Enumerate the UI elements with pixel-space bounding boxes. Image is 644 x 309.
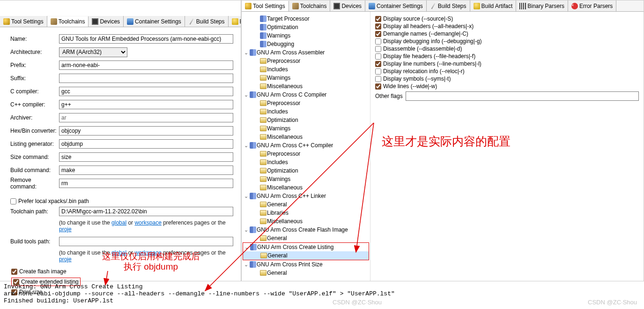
- option-checkbox[interactable]: [375, 68, 381, 75]
- twisty-icon[interactable]: ⌄: [243, 50, 249, 56]
- other-flags-field[interactable]: [406, 91, 639, 101]
- size-field[interactable]: [59, 152, 233, 162]
- tree-node-gnu-arm-cross-c-compiler[interactable]: ⌄GNU Arm Cross C Compiler: [243, 90, 369, 99]
- tab-bui[interactable]: Bui: [229, 16, 241, 27]
- tab-container-settings[interactable]: Container Settings: [365, 0, 427, 11]
- option-checkbox[interactable]: [375, 83, 381, 90]
- create-flash-checkbox[interactable]: [11, 269, 17, 275]
- tree-node-general[interactable]: General: [243, 251, 369, 260]
- folder-icon: [260, 252, 267, 259]
- ar-field[interactable]: [59, 113, 233, 122]
- tree-node-preprocessor[interactable]: Preprocessor: [243, 57, 369, 65]
- tree-node-gnu-arm-cross-c-compiler[interactable]: ⌄GNU Arm Cross C++ Compiler: [243, 141, 369, 150]
- rm-field[interactable]: [59, 179, 233, 188]
- twisty-icon[interactable]: ⌄: [243, 244, 250, 250]
- option-checkbox[interactable]: [375, 23, 381, 30]
- cxx-field[interactable]: [59, 100, 233, 109]
- tree-node-preprocessor[interactable]: Preprocessor: [243, 99, 369, 107]
- option-checkbox[interactable]: [375, 31, 381, 37]
- tree-node-target-processor[interactable]: Target Processor: [243, 15, 369, 23]
- arch-label: Architecture:: [10, 49, 59, 55]
- annotation-left: 这里仅仅启用构建完成后执行 objdump: [102, 251, 200, 272]
- twisty-icon[interactable]: ⌄: [243, 143, 249, 149]
- tree-node-miscellaneous[interactable]: Miscellaneous: [243, 217, 369, 226]
- tree-label: General: [267, 270, 287, 276]
- toolchain-path-field[interactable]: [59, 207, 233, 216]
- tree-node-gnu-arm-cross-print-size[interactable]: ⌄GNU Arm Cross Print Size: [243, 260, 369, 269]
- tab-tool-settings[interactable]: Tool Settings: [242, 1, 289, 12]
- annotation-right: 这里才是实际内容的配置: [382, 134, 511, 149]
- arch-select[interactable]: ARM (AArch32): [59, 47, 127, 57]
- project-link-2[interactable]: proje: [59, 256, 72, 263]
- option-checkbox[interactable]: [375, 16, 381, 22]
- tree-node-general[interactable]: General: [243, 234, 369, 242]
- global-link[interactable]: global: [111, 219, 126, 226]
- tab-toolchains[interactable]: Toolchains: [47, 16, 89, 27]
- option-checkbox[interactable]: [375, 53, 381, 60]
- tree-node-general[interactable]: General: [243, 269, 369, 277]
- tree-node-general[interactable]: General: [243, 200, 369, 209]
- prefix-field[interactable]: [59, 60, 233, 70]
- tree-node-libraries[interactable]: Libraries: [243, 209, 369, 217]
- cc-field[interactable]: [59, 87, 233, 96]
- tree-node-warnings[interactable]: Warnings: [243, 31, 369, 40]
- tree-node-gnu-arm-cross-assembler[interactable]: ⌄GNU Arm Cross Assembler: [243, 48, 369, 57]
- tab-build-steps[interactable]: Build Steps: [185, 16, 229, 27]
- build-field[interactable]: [59, 166, 233, 175]
- hex-field[interactable]: [59, 126, 233, 136]
- lst-field[interactable]: [59, 139, 233, 149]
- tab-build-steps[interactable]: Build Steps: [427, 0, 470, 11]
- twisty-icon[interactable]: ⌄: [243, 262, 249, 268]
- tab-binary-parsers[interactable]: Binary Parsers: [516, 0, 568, 11]
- tree-node-optimization[interactable]: Optimization: [243, 166, 369, 175]
- option-row: Display file headers (--file-headers|-f): [375, 53, 639, 60]
- tree-node-debugging[interactable]: Debugging: [243, 40, 369, 48]
- tool-icon: [245, 3, 252, 9]
- build-tools-path-field[interactable]: [59, 237, 233, 246]
- twisty-icon[interactable]: ⌄: [243, 92, 249, 98]
- prefer-local-label: Prefer local xpacks/.bin path: [18, 198, 89, 204]
- option-row: Display line numbers (--line-numbers|-l): [375, 60, 639, 67]
- option-label: Display relocation info (--reloc|-r): [383, 68, 465, 75]
- tree-node-gnu-arm-cross-create-listing[interactable]: ⌄GNU Arm Cross Create Listing: [243, 243, 369, 251]
- tab-error-parsers[interactable]: ×Error Parsers: [568, 0, 616, 11]
- tree-node-warnings[interactable]: Warnings: [243, 175, 369, 183]
- tree-node-includes[interactable]: Includes: [243, 65, 369, 74]
- workspace-link[interactable]: workspace: [134, 219, 161, 226]
- option-checkbox[interactable]: [375, 38, 381, 45]
- option-checkbox[interactable]: [375, 61, 381, 67]
- tab-tool-settings[interactable]: Tool Settings: [0, 16, 47, 27]
- folder-icon: [259, 75, 267, 81]
- tree-node-preprocessor[interactable]: Preprocessor: [243, 150, 369, 158]
- tree-node-miscellaneous[interactable]: Miscellaneous: [243, 82, 369, 90]
- tab-container-settings[interactable]: Container Settings: [124, 16, 185, 27]
- tree-node-gnu-arm-cross-create-flash-image[interactable]: ⌄GNU Arm Cross Create Flash Image: [243, 226, 369, 234]
- tree-label: Warnings: [267, 32, 290, 39]
- tree-node-includes[interactable]: Includes: [243, 158, 369, 166]
- twisty-icon[interactable]: ⌄: [243, 227, 249, 233]
- prefer-local-checkbox[interactable]: [10, 198, 16, 204]
- tree-node-optimization[interactable]: Optimization: [243, 116, 369, 124]
- tab-label: Tool Settings: [11, 18, 44, 25]
- tab-build-artifact[interactable]: Build Artifact: [470, 0, 517, 11]
- twisty-icon[interactable]: ⌄: [243, 193, 249, 199]
- folder-icon: [259, 167, 267, 174]
- tab-devices[interactable]: Devices: [89, 16, 124, 27]
- tree-node-miscellaneous[interactable]: Miscellaneous: [243, 133, 369, 141]
- option-checkbox[interactable]: [375, 76, 381, 82]
- project-link[interactable]: proje: [59, 226, 72, 233]
- tree-label: Preprocessor: [267, 58, 300, 64]
- name-field[interactable]: [59, 34, 233, 44]
- tree-node-gnu-arm-cross-c-linker[interactable]: ⌄GNU Arm Cross C++ Linker: [243, 192, 369, 200]
- rm-label: Remove command:: [10, 177, 59, 190]
- settings-tree[interactable]: Target ProcessorOptimizationWarningsDebu…: [242, 12, 370, 281]
- tab-toolchains[interactable]: Toolchains: [289, 0, 331, 11]
- option-checkbox[interactable]: [375, 46, 381, 52]
- tab-devices[interactable]: Devices: [330, 0, 365, 11]
- tree-node-miscellaneous[interactable]: Miscellaneous: [243, 183, 369, 192]
- tree-node-warnings[interactable]: Warnings: [243, 74, 369, 82]
- tree-node-optimization[interactable]: Optimization: [243, 23, 369, 31]
- tree-node-includes[interactable]: Includes: [243, 107, 369, 116]
- tree-node-warnings[interactable]: Warnings: [243, 124, 369, 133]
- suffix-field[interactable]: [59, 74, 233, 83]
